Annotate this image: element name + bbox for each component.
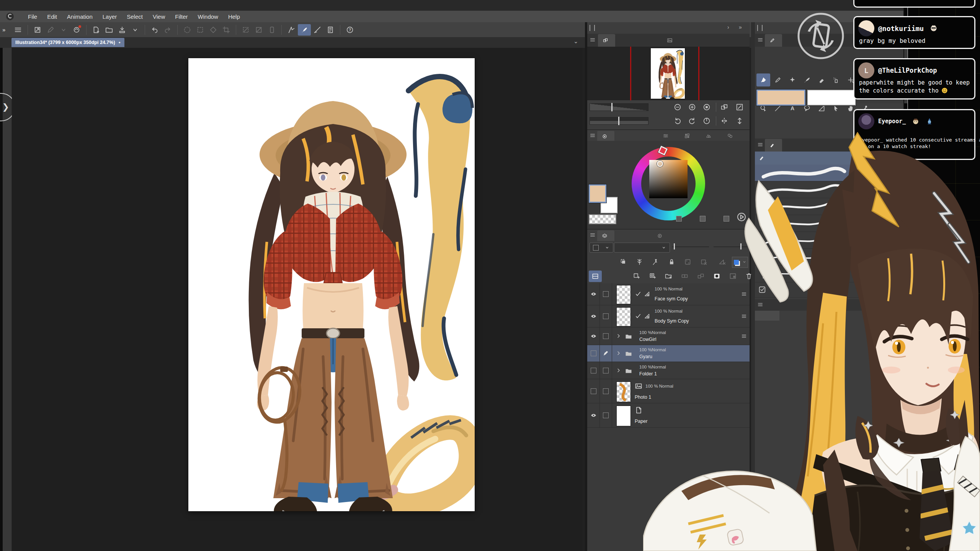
tool-brush[interactable]	[800, 73, 814, 86]
invert-selection-icon[interactable]	[252, 24, 265, 36]
tool-pencil[interactable]	[771, 73, 785, 86]
panel-menu-icon[interactable]	[757, 37, 764, 44]
main-menu-icon[interactable]	[11, 24, 24, 36]
dock-handle[interactable]	[757, 25, 763, 31]
expand-chevron-icon[interactable]	[616, 333, 622, 341]
menu-file[interactable]: File	[23, 12, 42, 21]
open-file-icon[interactable]	[103, 24, 116, 36]
tool-pen[interactable]	[756, 73, 770, 86]
menu-window[interactable]: Window	[193, 12, 223, 21]
zoom-slider[interactable]	[590, 103, 648, 111]
onion-skin-icon[interactable]	[635, 258, 644, 266]
tab-color-wheel[interactable]	[597, 131, 614, 142]
layer-select-cell[interactable]	[599, 345, 612, 362]
layer-visibility-toggle[interactable]	[587, 379, 600, 403]
reset-rotation-icon[interactable]	[701, 116, 712, 126]
fit-100-icon[interactable]	[701, 102, 712, 112]
collapse-all-icon[interactable]: »	[739, 24, 741, 30]
crop-icon[interactable]	[220, 24, 233, 36]
tab-tool[interactable]	[765, 34, 782, 47]
layer-select-cell[interactable]	[599, 328, 612, 345]
tab-sub-view[interactable]	[662, 34, 679, 47]
panel-menu-icon[interactable]	[590, 132, 596, 139]
grid-print-icon[interactable]	[324, 24, 337, 36]
menu-animation[interactable]: Animation	[62, 12, 98, 21]
edit-canvas-icon[interactable]	[44, 24, 57, 36]
redo-icon[interactable]	[161, 24, 174, 36]
layer-visibility-toggle[interactable]	[587, 328, 600, 345]
tool-eraser[interactable]	[815, 73, 828, 86]
document-tab[interactable]: Illustration34* (3799 x 6000px 350dpi 24…	[11, 38, 124, 47]
deselect-icon[interactable]	[181, 24, 194, 36]
menu-help[interactable]: Help	[223, 12, 245, 21]
expand-chevron-icon[interactable]	[616, 350, 622, 358]
new-document-icon[interactable]	[90, 24, 103, 36]
rotate-left-icon[interactable]	[672, 116, 683, 126]
folder-icon	[625, 367, 632, 376]
select-again-icon[interactable]	[194, 24, 207, 36]
tab-overflow-icon[interactable]: ⌄	[573, 38, 578, 45]
menu-filter[interactable]: Filter	[170, 12, 193, 21]
canvas-area[interactable]	[12, 48, 583, 551]
navigator-preview[interactable]	[587, 47, 750, 100]
layer-select-cell[interactable]	[599, 305, 612, 327]
clip-at-layer-icon[interactable]	[619, 258, 628, 266]
combine-mode-dropdown[interactable]	[590, 243, 613, 253]
menu-edit[interactable]: Edit	[42, 12, 62, 21]
transparent-color-swatch[interactable]	[589, 214, 616, 224]
layer-select-cell[interactable]	[599, 403, 612, 427]
snap-ruler-icon[interactable]	[285, 24, 298, 36]
draw-brush-icon[interactable]	[298, 24, 311, 36]
pages-icon[interactable]	[719, 102, 730, 112]
document-canvas[interactable]	[188, 58, 475, 511]
tab-navigator[interactable]	[598, 34, 615, 47]
draw-line-icon[interactable]	[311, 24, 324, 36]
fit-screen-icon[interactable]	[734, 102, 745, 112]
collapse-panel-icon[interactable]: ›	[727, 24, 729, 30]
undo-icon[interactable]	[148, 24, 161, 36]
tool-foreground-swatch[interactable]	[756, 90, 805, 106]
foreground-color-swatch[interactable]	[589, 184, 606, 203]
layer-select-cell[interactable]	[599, 362, 612, 379]
rotate-slider[interactable]	[590, 117, 648, 125]
layer-select-cell[interactable]	[599, 283, 612, 305]
layer-visibility-toggle[interactable]	[587, 305, 600, 327]
layer-thumbnail[interactable]	[616, 285, 631, 304]
layer-thumbnail[interactable]	[616, 307, 631, 326]
menu-select[interactable]: Select	[122, 12, 148, 21]
collapse-toolbar-icon[interactable]: »	[2, 26, 5, 33]
tool-wand[interactable]	[786, 73, 799, 86]
transform-view-icon[interactable]	[31, 24, 44, 36]
device-frame-icon[interactable]	[265, 24, 278, 36]
export-save-icon[interactable]	[116, 24, 129, 36]
fill-selection-icon[interactable]	[207, 24, 220, 36]
caret-down-icon[interactable]	[57, 24, 70, 36]
panel-menu-icon[interactable]	[590, 232, 596, 239]
panel-menu-icon[interactable]	[590, 37, 596, 44]
layer-visibility-toggle[interactable]	[587, 345, 600, 362]
tab-layer[interactable]	[597, 230, 614, 241]
sync-save-icon[interactable]	[70, 24, 83, 36]
fit-vertical-icon[interactable]	[734, 116, 745, 126]
expand-chevron-icon[interactable]	[616, 367, 622, 375]
layer-thumbnail[interactable]	[616, 406, 631, 426]
new-raster-layer-icon[interactable]	[632, 272, 641, 280]
split-view-icon[interactable]	[589, 271, 602, 282]
caret-down-icon[interactable]	[129, 24, 142, 36]
help-icon[interactable]: ?	[343, 24, 356, 36]
layer-visibility-toggle[interactable]	[587, 283, 600, 305]
flip-horizontal-icon[interactable]	[719, 116, 730, 126]
layer-visibility-toggle[interactable]	[587, 362, 600, 379]
menu-view[interactable]: View	[148, 12, 170, 21]
layer-select-cell[interactable]	[599, 379, 612, 403]
layer-thumbnail[interactable]	[616, 381, 631, 402]
zoom-out-icon[interactable]	[672, 102, 683, 112]
tool-spray[interactable]	[829, 73, 843, 86]
dock-handle[interactable]	[590, 25, 595, 31]
tool-background-swatch[interactable]	[807, 90, 856, 106]
clear-selection-icon[interactable]	[239, 24, 252, 36]
layer-visibility-toggle[interactable]	[587, 403, 600, 427]
zoom-in-icon[interactable]	[687, 102, 697, 112]
rotate-right-icon[interactable]	[687, 116, 697, 126]
menu-layer[interactable]: Layer	[98, 12, 122, 21]
